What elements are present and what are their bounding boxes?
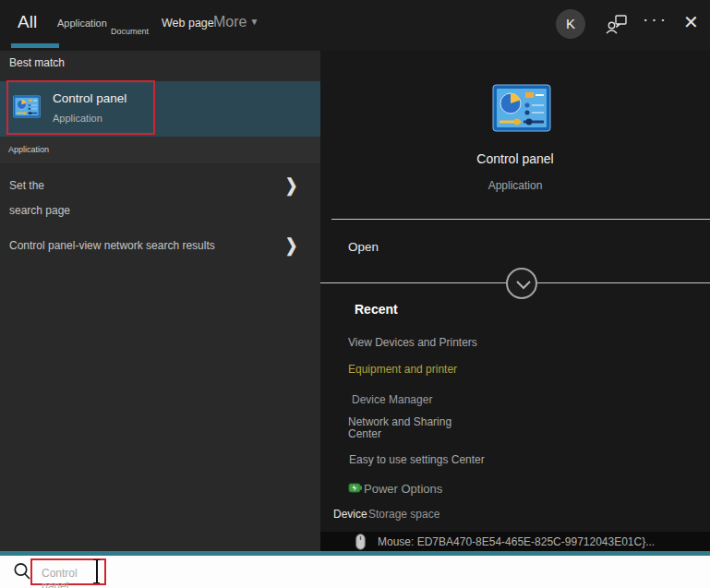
mouse-guid-label: Mouse: ED7BA470-8E54-465E-825C-99712043E… <box>378 535 655 548</box>
recent-item-equipment-printer[interactable]: Equipment and printer <box>348 363 457 376</box>
active-tab-underline <box>11 43 59 48</box>
recent-item-mouse-guid[interactable]: Mouse: ED7BA470-8E54-465E-825C-99712043E… <box>320 532 710 552</box>
recent-section-header: Recent <box>355 302 398 317</box>
divider <box>331 219 710 220</box>
avatar[interactable]: K <box>556 9 585 39</box>
tab-web-page[interactable]: Web page <box>162 17 214 30</box>
suggestion-set-search-page[interactable]: Set the <box>9 179 44 192</box>
power-options-icon <box>347 480 363 496</box>
search-icon <box>12 561 32 582</box>
best-match-header: Best match <box>9 56 65 69</box>
feedback-icon[interactable] <box>604 12 630 38</box>
recent-item-network-sharing-center[interactable]: Network and Sharing Center <box>348 416 466 440</box>
tab-more-label: More <box>213 14 247 30</box>
device-label: Device <box>333 508 367 521</box>
storage-space-label: Storage space <box>368 508 439 521</box>
best-match-subtitle: Application <box>53 113 102 124</box>
preview-title: Control panel <box>320 151 710 166</box>
search-flyout-window: All Application Document Web page More▼ … <box>0 0 710 588</box>
preview-subtitle: Application <box>320 179 710 192</box>
chevron-down-icon: ▼ <box>249 17 259 27</box>
expand-collapse-button[interactable] <box>506 268 537 299</box>
close-icon[interactable]: ✕ <box>683 11 699 33</box>
recent-item-power-options[interactable]: Power Options <box>364 482 442 496</box>
recent-item-view-devices-printers[interactable]: View Devices and Printers <box>348 336 477 349</box>
open-action[interactable]: Open <box>348 240 379 254</box>
tab-application[interactable]: Application <box>57 18 107 29</box>
control-panel-icon-large <box>492 84 551 132</box>
suggestion-set-search-page-line2[interactable]: search page <box>9 204 70 217</box>
best-match-result[interactable]: Control panel Application <box>0 81 320 137</box>
suggestion-network-search-results[interactable]: Control panel-view network search result… <box>9 239 215 252</box>
preview-panel: Control panel Application Open Recent Vi… <box>320 51 710 552</box>
tab-document[interactable]: Document <box>111 27 149 36</box>
control-panel-icon <box>13 95 41 118</box>
tab-all[interactable]: All <box>18 12 37 32</box>
chevron-right-icon[interactable]: ❯ <box>285 174 297 196</box>
search-bar[interactable]: Control panel <box>0 556 710 588</box>
text-cursor-icon <box>92 559 101 583</box>
chevron-down-icon <box>514 279 533 292</box>
application-section-band: Application <box>0 137 320 163</box>
more-options-icon[interactable]: ··· <box>643 9 668 30</box>
chevron-right-icon[interactable]: ❯ <box>285 234 297 256</box>
mouse-icon <box>355 534 366 550</box>
results-panel: Best match Control panel Application <box>0 51 320 551</box>
recent-item-device-manager[interactable]: Device Manager <box>352 393 432 406</box>
filter-tabs-bar: All Application Document Web page More▼ … <box>0 0 710 51</box>
application-section-header: Application <box>8 145 49 154</box>
best-match-title: Control panel <box>53 91 126 105</box>
recent-item-ease-of-access[interactable]: Easy to use settings Center <box>349 453 485 466</box>
tab-more[interactable]: More▼ <box>213 14 259 30</box>
